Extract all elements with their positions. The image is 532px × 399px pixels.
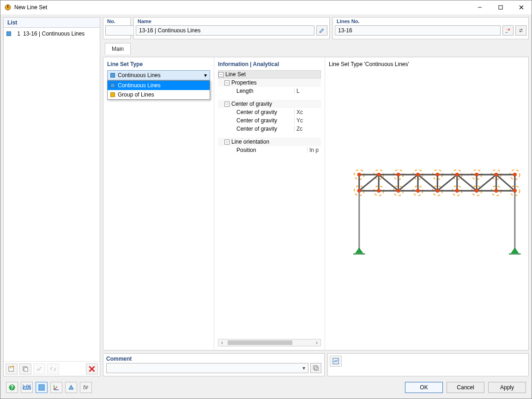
collapse-icon[interactable]: − (224, 102, 230, 107)
svg-point-55 (416, 173, 420, 176)
reverse-lines-button[interactable] (515, 25, 526, 36)
lineset-type-title: Line Set Type (107, 61, 210, 67)
svg-line-46 (437, 175, 457, 191)
list-panel: List 1 13-16 | Continuous Lines * (3, 17, 100, 376)
dropdown-list: Continuous Lines Group of Lines (107, 80, 210, 100)
name-input[interactable] (136, 25, 314, 36)
svg-point-54 (396, 173, 400, 176)
svg-text:fx: fx (83, 384, 88, 391)
option-label: Continuous Lines (118, 82, 161, 89)
list-body: 1 13-16 | Continuous Lines (4, 28, 100, 361)
tab-strip: Main (103, 42, 529, 54)
bottom-left-icons: ? 0,00 fx (6, 382, 92, 393)
copy-item-button[interactable] (19, 363, 31, 375)
option-label: Group of Lines (118, 91, 154, 98)
svg-line-43 (379, 175, 398, 191)
collapse-icon[interactable]: − (218, 72, 224, 77)
dropdown-option-continuous[interactable]: Continuous Lines (108, 81, 210, 90)
comment-extra-button[interactable] (310, 363, 321, 373)
tree-cog[interactable]: − Center of gravity (218, 100, 321, 108)
svg-text:0,00: 0,00 (23, 384, 31, 390)
preview-title: Line Set Type 'Continuous Lines' (329, 61, 525, 67)
close-button[interactable] (511, 0, 532, 14)
dialog-window: New Line Set List 1 13-16 | Continuous L… (0, 0, 532, 399)
rename-button[interactable] (316, 25, 327, 36)
svg-line-48 (477, 175, 496, 191)
link-button (47, 363, 59, 375)
view-button[interactable] (36, 382, 48, 393)
content-area: List 1 13-16 | Continuous Lines * (0, 14, 532, 399)
preview-col: Line Set Type 'Continuous Lines' (325, 57, 528, 350)
units-button[interactable]: 0,00 (21, 382, 33, 393)
pick-lines-button[interactable] (502, 25, 514, 36)
svg-rect-73 (314, 367, 318, 370)
info-col: Information | Analytical − Line Set − Pr… (214, 57, 325, 350)
preview-canvas (329, 69, 525, 327)
tab-main[interactable]: Main (105, 43, 131, 54)
lineset-type-dropdown[interactable]: Continuous Lines ▾ Continuous Lines Grou… (107, 70, 210, 80)
svg-line-49 (496, 175, 515, 191)
apply-button[interactable]: Apply (488, 382, 526, 393)
svg-point-60 (513, 173, 517, 176)
cancel-button[interactable]: Cancel (447, 382, 484, 393)
chevron-down-icon: ▾ (204, 72, 207, 79)
tree-properties[interactable]: − Properties (218, 79, 321, 87)
info-hscrollbar[interactable]: ‹ › (218, 339, 321, 346)
tree-length: Length L (218, 87, 321, 95)
item-index: 1 (13, 30, 20, 37)
info-tree: − Line Set − Properties Length L (218, 70, 321, 154)
comment-combo[interactable]: ▾ (106, 363, 308, 373)
svg-point-66 (455, 189, 459, 193)
list-header: List (4, 18, 100, 28)
svg-point-63 (396, 189, 400, 193)
axes-button[interactable] (50, 382, 62, 393)
name-label: Name (134, 18, 329, 24)
tab-content: Line Set Type Continuous Lines ▾ Continu… (103, 57, 529, 351)
name-cell: Name (133, 17, 330, 39)
scroll-left-icon[interactable]: ‹ (218, 339, 226, 346)
svg-point-53 (377, 173, 381, 176)
no-label: No. (103, 18, 130, 24)
collapse-icon[interactable]: − (224, 139, 230, 145)
svg-point-61 (357, 189, 361, 193)
dropdown-option-group[interactable]: Group of Lines (108, 90, 210, 99)
preview-mode-button[interactable] (330, 356, 342, 367)
collapse-icon[interactable]: − (224, 80, 230, 85)
dropdown-color-icon (110, 73, 115, 78)
list-item[interactable]: 1 13-16 | Continuous Lines (4, 30, 100, 38)
maximize-button[interactable] (490, 0, 511, 14)
function-button[interactable]: fx (80, 382, 92, 393)
minimize-button[interactable] (469, 0, 490, 14)
delete-item-button[interactable] (86, 363, 98, 375)
bottom-bar: ? 0,00 fx OK Cancel Apply (3, 379, 529, 396)
new-item-button[interactable]: * (6, 363, 18, 375)
comment-panel: Comment ▾ (103, 353, 325, 376)
svg-rect-9 (24, 368, 28, 371)
svg-line-42 (359, 175, 379, 191)
top-row: No. Name Lines No. (103, 17, 529, 39)
list-actions: * (4, 361, 100, 376)
scroll-thumb[interactable] (228, 340, 292, 345)
help-button[interactable]: ? (6, 382, 18, 393)
svg-point-67 (475, 189, 478, 193)
tree-position: Position In p (218, 146, 321, 154)
window-controls (469, 0, 532, 14)
lineset-type-col: Line Set Type Continuous Lines ▾ Continu… (103, 57, 214, 350)
svg-point-68 (494, 189, 498, 193)
tree-orientation[interactable]: − Line orientation (218, 138, 321, 146)
svg-text:*: * (10, 366, 12, 372)
render-button[interactable] (65, 382, 77, 393)
truss-drawing (353, 170, 521, 254)
tree-cog-z: Center of gravity Zc (218, 125, 321, 133)
svg-rect-1 (7, 5, 8, 8)
svg-marker-83 (69, 385, 73, 389)
dropdown-button[interactable]: Continuous Lines ▾ (107, 70, 210, 80)
lines-input[interactable] (335, 25, 501, 36)
option-color-icon (110, 83, 115, 88)
tree-root[interactable]: − Line Set (218, 70, 321, 79)
dialog-buttons: OK Cancel Apply (405, 382, 526, 393)
scroll-right-icon[interactable]: › (313, 339, 320, 346)
right-area: No. Name Lines No. (103, 17, 529, 376)
ok-button[interactable]: OK (405, 382, 443, 393)
svg-line-45 (418, 175, 437, 191)
